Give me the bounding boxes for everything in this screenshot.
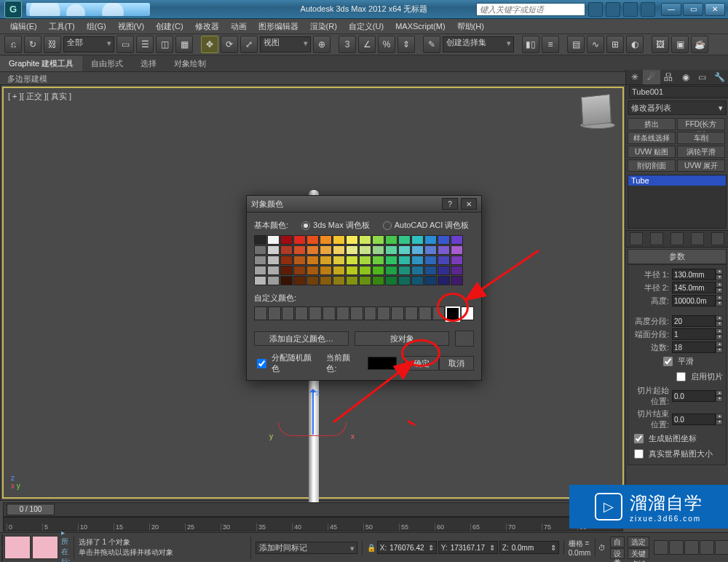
color-swatch[interactable] (267, 235, 280, 245)
add-custom-color-button[interactable]: 添加自定义颜色… (254, 331, 349, 346)
color-swatch[interactable] (424, 266, 437, 275)
color-swatch[interactable] (385, 266, 397, 275)
color-swatch[interactable] (346, 235, 358, 245)
dialog-help-icon[interactable]: ? (442, 198, 458, 210)
color-swatch[interactable] (424, 235, 437, 245)
menu-maxscript[interactable]: MAXScript(M) (391, 20, 449, 32)
color-swatch[interactable] (320, 245, 332, 255)
color-swatch[interactable] (280, 266, 293, 275)
menu-views[interactable]: 视图(V) (114, 20, 149, 33)
goto-end-icon[interactable] (715, 540, 728, 555)
modifier-stack[interactable]: Tube (628, 175, 727, 229)
color-swatch[interactable] (451, 245, 463, 255)
active-color-icon[interactable] (455, 331, 474, 347)
color-swatch[interactable] (398, 266, 411, 275)
menu-create[interactable]: 创建(C) (151, 20, 187, 33)
menu-grapheditors[interactable]: 图形编辑器 (254, 20, 303, 33)
by-object-button[interactable]: 按对象 (355, 331, 449, 346)
color-swatch[interactable] (306, 245, 319, 255)
color-swatch[interactable] (346, 276, 358, 285)
select-name-icon[interactable]: ☰ (136, 36, 154, 53)
color-swatch[interactable] (333, 245, 345, 255)
color-swatch[interactable] (293, 235, 306, 245)
color-swatch[interactable] (411, 256, 424, 265)
signin-icon[interactable] (606, 2, 620, 17)
time-config-icon[interactable]: ⏱ (596, 544, 609, 552)
mod-ffd[interactable]: FFD(长方体) (677, 118, 725, 130)
color-swatch[interactable] (385, 276, 397, 285)
color-swatch[interactable] (333, 266, 345, 275)
color-swatch[interactable] (438, 266, 450, 275)
menu-tools[interactable]: 工具(T) (44, 20, 79, 33)
object-name-field[interactable] (629, 86, 728, 98)
color-swatch[interactable] (267, 276, 280, 285)
tab-hierarchy-icon[interactable]: 品 (660, 70, 677, 84)
color-swatch[interactable] (293, 266, 306, 275)
modifier-list-combo[interactable]: 修改器列表▾ (628, 100, 727, 115)
color-swatch[interactable] (346, 245, 358, 255)
gen-mapping-checkbox[interactable] (634, 434, 644, 443)
time-slider[interactable]: 0 / 100 (3, 502, 623, 517)
pin-stack-icon[interactable] (630, 232, 643, 245)
color-swatch[interactable] (451, 266, 463, 275)
menu-modifiers[interactable]: 修改器 (191, 20, 223, 33)
view-cube[interactable] (580, 95, 612, 127)
viewport-label[interactable]: [ + ][ 正交 ][ 真实 ] (8, 91, 71, 102)
color-swatch[interactable] (359, 266, 371, 275)
macro-recorder[interactable] (1, 548, 3, 561)
color-swatch[interactable] (385, 245, 397, 255)
prev-frame-icon[interactable] (669, 540, 684, 555)
color-swatch[interactable] (293, 245, 306, 255)
current-color-swatch[interactable] (368, 357, 397, 370)
maximize-button[interactable]: ▭ (683, 3, 703, 16)
color-swatch[interactable] (359, 235, 371, 245)
spinner-snap-icon[interactable]: ⇕ (397, 36, 415, 53)
color-swatch[interactable] (320, 276, 332, 285)
color-swatch[interactable] (424, 256, 437, 265)
selected-object-button[interactable]: 选定对象 (628, 537, 649, 547)
window-crossing-icon[interactable]: ▦ (175, 36, 193, 53)
pivot-icon[interactable]: ⊕ (313, 36, 331, 53)
color-swatch[interactable] (306, 235, 319, 245)
slice-to-spinner[interactable]: ▴▾ (672, 413, 723, 425)
mod-extrude[interactable]: 挤出 (628, 118, 676, 130)
color-swatch[interactable] (306, 256, 319, 265)
coord-x-field[interactable]: X:⇕ (377, 541, 437, 554)
ribbon-tab-modeling[interactable]: Graphite 建模工具 (0, 56, 82, 71)
select-icon[interactable]: ▭ (116, 36, 134, 53)
mirror-icon[interactable]: ▮▯ (522, 36, 539, 53)
color-swatch[interactable] (267, 245, 280, 255)
material-editor-icon[interactable]: ◐ (626, 36, 644, 53)
custom-swatch-row[interactable] (254, 306, 474, 322)
undo-icon[interactable]: ⎌ (4, 36, 22, 53)
ref-coord-combo[interactable]: 视图 (260, 36, 311, 52)
color-swatch[interactable] (372, 266, 384, 275)
color-swatch[interactable] (346, 266, 358, 275)
color-swatch[interactable] (438, 245, 450, 255)
mod-spline-select[interactable]: 样条线选择 (628, 132, 676, 144)
color-swatch[interactable] (424, 276, 437, 285)
selection-filter-combo[interactable]: 全部 (63, 36, 114, 52)
color-swatch[interactable] (280, 276, 293, 285)
color-swatch[interactable] (293, 276, 306, 285)
color-swatch[interactable] (411, 276, 424, 285)
schematic-icon[interactable]: ⊞ (606, 36, 624, 53)
color-swatch[interactable] (385, 235, 397, 245)
tab-display-icon[interactable]: ▭ (694, 70, 711, 84)
height-spinner[interactable]: ▴▾ (672, 295, 723, 306)
snap-toggle-icon[interactable]: 3 (339, 36, 356, 53)
color-swatch[interactable] (411, 245, 424, 255)
track-bar[interactable]: 05101520253035404550556065707580 (3, 517, 623, 531)
goto-start-icon[interactable] (654, 540, 668, 555)
tab-create-icon[interactable]: ✳ (626, 70, 643, 84)
ok-button[interactable]: 确定 (404, 356, 439, 371)
named-selection-combo[interactable]: 创建选择集 (443, 36, 514, 52)
redo-icon[interactable]: ↻ (24, 36, 41, 53)
curve-editor-icon[interactable]: ∿ (587, 36, 604, 53)
color-swatch[interactable] (372, 245, 384, 255)
color-swatch[interactable] (254, 276, 266, 285)
mod-turbosmooth[interactable]: 涡轮平滑 (677, 146, 725, 158)
color-swatch[interactable] (280, 256, 293, 265)
color-swatch[interactable] (359, 276, 371, 285)
color-swatch[interactable] (398, 245, 411, 255)
